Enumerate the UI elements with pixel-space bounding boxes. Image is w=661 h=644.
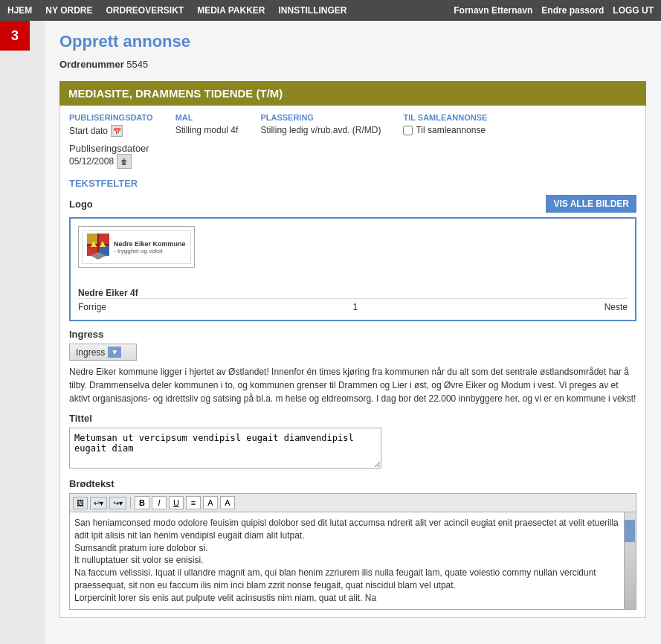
logo-box: Nedre Eiker Kommune - trygghet og vekst …	[69, 217, 636, 321]
date-value: 05/12/2008	[69, 156, 114, 167]
nav-innstillinger[interactable]: INNSTILLINGER	[279, 5, 347, 16]
mal-col: MAL Stilling modul 4f	[175, 113, 239, 135]
dropdown-arrow-icon: ▼	[108, 347, 121, 358]
mal-value: Stilling modul 4f	[175, 125, 239, 135]
editor-area: San heniamconsed modo odolore feuisim qu…	[69, 512, 636, 610]
nav-ordreoversikt[interactable]: ORDREOVERSIKT	[106, 5, 184, 16]
start-date-text: Start dato	[69, 126, 108, 136]
samleannonse-checkbox-label: Til samleannonse	[416, 125, 486, 135]
toolbar-bold-button[interactable]: B	[135, 496, 149, 509]
til-samleannonse-label: TIL SAMLEANNONSE	[403, 113, 487, 122]
nav-logg-ut[interactable]: LOGG UT	[613, 5, 654, 16]
brodtekst-label: Brødtekst	[69, 478, 636, 489]
toolbar-image-button[interactable]: 🖼	[73, 497, 88, 509]
toolbar-undo-button[interactable]: ↩▾	[90, 497, 107, 509]
til-samleannonse-col: TIL SAMLEANNONSE Til samleannonse	[403, 113, 487, 135]
logo-company-name: Nedre Eiker Kommune	[114, 240, 186, 248]
start-date-row: Start dato 📅	[69, 125, 153, 137]
nav-endre-passord[interactable]: Endre passord	[541, 5, 604, 16]
logo-tagline: - trygghet og vekst	[114, 248, 186, 254]
svg-rect-2	[99, 234, 109, 244]
ingress-select-row: Ingress ▼	[69, 344, 636, 361]
toolbar-underline-button[interactable]: U	[169, 496, 184, 509]
order-number-value: 5545	[126, 59, 148, 70]
sidebar: 3	[0, 21, 45, 644]
svg-rect-1	[87, 234, 97, 244]
plassering-col: PLASSERING Stilling ledig v/rub.avd. (R/…	[260, 113, 381, 135]
toolbar-font-size-button[interactable]: A	[220, 496, 235, 509]
calendar-icon[interactable]: 📅	[111, 125, 123, 137]
nav-right: Fornavn Etternavn Endre passord LOGG UT	[454, 5, 654, 16]
mal-label: MAL	[175, 113, 239, 122]
order-number-label: Ordrenummer	[59, 59, 124, 70]
tekstfelter-label: TEKSTFELTER	[69, 178, 636, 189]
ingress-text: Nedre Eiker kommune ligger i hjertet av …	[69, 365, 636, 405]
samleannonse-checkbox-row: Til samleannonse	[403, 125, 487, 135]
toolbar-sep-1	[130, 497, 131, 509]
logo-image-name: Nedre Eiker 4f	[78, 288, 628, 298]
toolbar-font-color-button[interactable]: A	[203, 496, 218, 509]
pub-dates-label: Publiseringsdatoer	[69, 143, 153, 154]
top-navigation: HJEM NY ORDRE ORDREOVERSIKT MEDIA PAKKER…	[0, 0, 661, 21]
plassering-value: Stilling ledig v/rub.avd. (R/MD)	[260, 125, 381, 135]
logo-prev-button[interactable]: Forrige	[78, 302, 106, 312]
editor-content[interactable]: San heniamconsed modo odolore feuisim qu…	[70, 512, 624, 609]
coat-of-arms-icon	[87, 234, 109, 260]
main-content: Opprett annonse Ordrenummer 5545 MEDIASI…	[45, 21, 661, 644]
editor-scrollbar[interactable]	[624, 512, 636, 609]
ingress-select-value: Ingress	[76, 347, 105, 358]
delete-date-button[interactable]: 🗑	[117, 154, 132, 169]
brodtekst-text: San heniamconsed modo odolore feuisim qu…	[74, 518, 621, 603]
logo-navigation: Forrige 1 Neste	[78, 298, 628, 312]
user-name: Fornavn Etternavn	[454, 5, 532, 16]
samleannonse-checkbox[interactable]	[403, 126, 413, 135]
logo-image-container: Nedre Eiker Kommune - trygghet og vekst	[78, 226, 195, 268]
logo-next-button[interactable]: Neste	[604, 302, 628, 312]
ingress-dropdown[interactable]: Ingress ▼	[69, 344, 137, 361]
toolbar-redo-button[interactable]: ↪▾	[109, 497, 126, 509]
publication-row: PUBLISERINGSDATO Start dato 📅 Publiserin…	[69, 113, 636, 169]
tittel-input[interactable]: Metumsan ut vercipsum vendipisl eugait d…	[69, 428, 381, 468]
section-header: MEDIASITE, DRAMMENS TIDENDE (T/M)	[59, 81, 646, 106]
date-with-delete: 05/12/2008 🗑	[69, 154, 153, 169]
scrollbar-thumb	[625, 520, 635, 542]
nav-left: HJEM NY ORDRE ORDREOVERSIKT MEDIA PAKKER…	[7, 5, 454, 16]
plassering-label: PLASSERING	[260, 113, 381, 122]
editor-toolbar: 🖼 ↩▾ ↪▾ B I U ≡ A A	[69, 493, 636, 512]
order-number: Ordrenummer 5545	[59, 59, 646, 70]
pub-date-col: PUBLISERINGSDATO Start dato 📅 Publiserin…	[69, 113, 153, 169]
page-title: Opprett annonse	[59, 32, 646, 51]
order-badge: 3	[0, 21, 30, 51]
toolbar-list-button[interactable]: ≡	[186, 496, 201, 509]
section-content: PUBLISERINGSDATO Start dato 📅 Publiserin…	[59, 106, 646, 618]
toolbar-italic-button[interactable]: I	[152, 496, 167, 509]
pub-date-label: PUBLISERINGSDATO	[69, 113, 153, 122]
tittel-label: Tittel	[69, 413, 636, 424]
nav-ny-ordre[interactable]: NY ORDRE	[45, 5, 92, 16]
logo-row: Logo VIS ALLE BILDER	[69, 195, 636, 213]
logo-page-number: 1	[352, 302, 358, 312]
ingress-label: Ingress	[69, 329, 636, 340]
main-wrapper: 3 Opprett annonse Ordrenummer 5545 MEDIA…	[0, 21, 661, 644]
nav-hjem[interactable]: HJEM	[7, 5, 32, 16]
logo-label: Logo	[69, 199, 93, 210]
vis-alle-bilder-button[interactable]: VIS ALLE BILDER	[546, 195, 636, 213]
nav-media-pakker[interactable]: MEDIA PAKKER	[197, 5, 265, 16]
